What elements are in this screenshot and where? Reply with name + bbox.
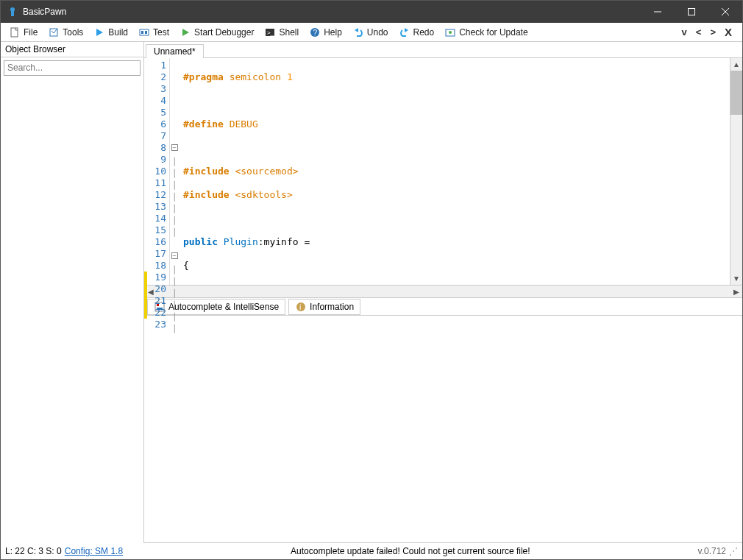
svg-rect-3 [689, 9, 695, 15]
bottom-panel [144, 316, 742, 543]
minimize-button[interactable] [641, 1, 675, 23]
window-title: BasicPawn [23, 7, 66, 17]
debugger-button[interactable]: Start Debugger [175, 25, 258, 40]
status-message: Autocomplete update failed! Could not ge… [123, 546, 697, 556]
nav-close[interactable]: X [720, 26, 736, 38]
bottom-tabstrip: Autocomplete & IntelliSense iInformation [144, 297, 742, 316]
svg-rect-1 [11, 11, 14, 16]
update-button[interactable]: Check for Update [440, 25, 532, 40]
tools-icon [48, 26, 60, 38]
horizontal-scrollbar[interactable]: ◀▶ [144, 285, 742, 297]
line-gutter: 1234567891011121314151617181920212223 [148, 58, 170, 285]
redo-icon [399, 26, 410, 38]
svg-rect-9 [140, 29, 149, 35]
undo-icon [352, 26, 364, 38]
help-button[interactable]: ?Help [305, 25, 346, 40]
svg-rect-11 [145, 31, 147, 34]
build-button[interactable]: Build [89, 25, 132, 40]
svg-marker-17 [355, 28, 358, 32]
svg-text:>_: >_ [267, 29, 274, 36]
info-icon: i [295, 301, 307, 313]
fold-column[interactable]: − │││││││ − ││││││ [170, 58, 179, 285]
object-browser-header: Object Browser [1, 42, 143, 57]
titlebar: BasicPawn [1, 1, 742, 23]
tab-information[interactable]: iInformation [288, 299, 360, 315]
app-window: BasicPawn File Tools Build Test Start De… [0, 0, 743, 560]
code-area[interactable]: #pragma semicolon 1 #define DEBUG #inclu… [179, 58, 730, 285]
resize-grip-icon[interactable]: ⋰ [729, 546, 738, 556]
editor-tab[interactable]: Unnamed* [146, 44, 204, 58]
redo-button[interactable]: Redo [394, 25, 439, 40]
app-icon [7, 6, 18, 18]
statusbar: L: 22 C: 3 S: 0 Config: SM 1.8 Autocompl… [1, 543, 742, 559]
search-input[interactable] [7, 63, 137, 73]
svg-marker-18 [405, 28, 408, 32]
svg-text:?: ? [313, 29, 318, 37]
caret-position: L: 22 C: 3 S: 0 [5, 546, 62, 556]
editor-tabstrip: Unnamed* [144, 42, 742, 58]
test-icon [138, 26, 150, 38]
search-box[interactable] [4, 60, 141, 76]
object-browser-panel: Object Browser [1, 42, 144, 543]
svg-text:i: i [299, 303, 301, 311]
shell-button[interactable]: >_Shell [260, 25, 303, 40]
vertical-scrollbar[interactable]: ▲ ▼ [730, 58, 742, 285]
maximize-button[interactable] [675, 1, 708, 23]
config-link[interactable]: Config: SM 1.8 [65, 546, 123, 556]
svg-rect-6 [11, 28, 18, 37]
file-icon [9, 26, 21, 38]
nav-forward[interactable]: > [705, 26, 720, 38]
svg-rect-10 [141, 31, 143, 34]
svg-marker-12 [182, 29, 189, 36]
toolbar: File Tools Build Test Start Debugger >_S… [1, 23, 742, 42]
update-icon [444, 26, 456, 38]
help-icon: ? [309, 26, 321, 38]
close-button[interactable] [708, 1, 742, 23]
code-editor[interactable]: 1234567891011121314151617181920212223 − … [144, 58, 742, 285]
nav-down[interactable]: v [678, 26, 692, 38]
version-label: v.0.712 [698, 546, 726, 556]
tools-menu[interactable]: Tools [43, 25, 88, 40]
nav-back[interactable]: < [692, 26, 706, 38]
bug-icon [179, 26, 191, 38]
svg-marker-8 [96, 29, 103, 36]
file-menu[interactable]: File [4, 25, 42, 40]
play-icon [93, 26, 105, 38]
svg-point-20 [449, 31, 452, 34]
test-button[interactable]: Test [134, 25, 174, 40]
tab-autocomplete[interactable]: Autocomplete & IntelliSense [147, 299, 285, 315]
shell-icon: >_ [264, 26, 276, 38]
undo-button[interactable]: Undo [348, 25, 393, 40]
